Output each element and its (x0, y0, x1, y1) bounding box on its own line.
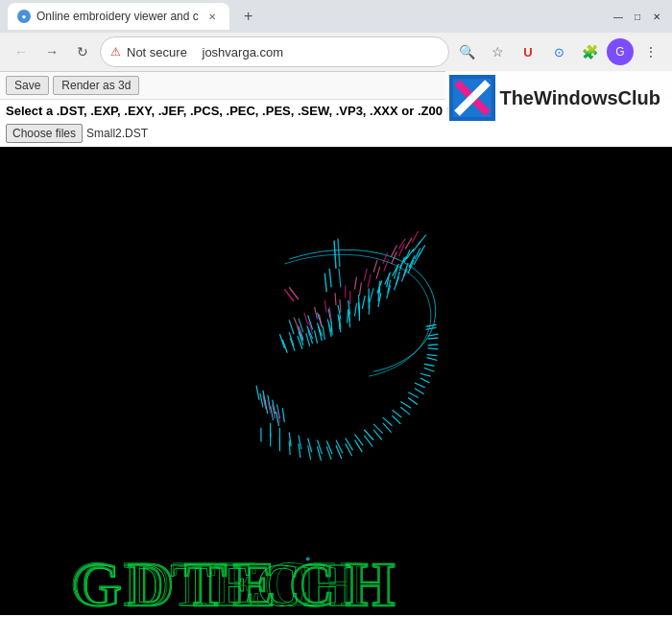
new-tab-button[interactable]: + (235, 3, 262, 30)
nav-icons: 🔍 ☆ U ⊙ 🧩 G ⋮ (453, 38, 664, 65)
embroidery-canvas-area: G G D D T T E E C C H H (0, 147, 672, 615)
maximize-button[interactable]: □ (630, 9, 645, 24)
twc-logo-icon (449, 75, 495, 121)
refresh-button[interactable]: ↻ (69, 38, 96, 65)
choose-files-button[interactable]: Choose files (6, 124, 83, 143)
back-button[interactable]: ← (8, 38, 35, 65)
extensions-button[interactable]: 🧩 (576, 38, 603, 65)
window-controls: — □ ✕ (611, 9, 664, 24)
url-text: joshvarga.com (203, 45, 284, 59)
security-warning-icon: ⚠ (110, 45, 121, 59)
minimize-button[interactable]: — (611, 9, 626, 24)
navigation-bar: ← → ↻ ⚠ Not secure joshvarga.com 🔍 ☆ U ⊙… (0, 33, 672, 71)
twc-overlay: TheWindowsClub (445, 71, 672, 125)
search-icon[interactable]: 🔍 (453, 38, 480, 65)
render-3d-button[interactable]: Render as 3d (53, 76, 139, 95)
profile-icon[interactable]: G (607, 38, 634, 65)
selected-file-name: Small2.DST (86, 127, 148, 140)
menu-button[interactable]: ⋮ (637, 38, 664, 65)
svg-point-180 (306, 557, 310, 560)
svg-text:GDTECH: GDTECH (70, 547, 366, 615)
tab-close-button[interactable]: ✕ (204, 9, 220, 24)
svg-rect-4 (17, 147, 655, 615)
title-bar: Online embroidery viewer and c ✕ + — □ ✕ (0, 0, 672, 33)
bookmark-icon[interactable]: ☆ (484, 38, 511, 65)
extension-icon[interactable]: ⊙ (545, 38, 572, 65)
page-content: Save Render as 3d Select a .DST, .EXP, .… (0, 71, 672, 617)
tab-title: Online embroidery viewer and c (36, 10, 199, 23)
twc-text: TheWindowsClub (499, 87, 660, 109)
tab-favicon (17, 10, 31, 23)
forward-button[interactable]: → (38, 38, 65, 65)
close-button[interactable]: ✕ (649, 9, 664, 24)
save-button[interactable]: Save (6, 76, 49, 95)
security-label: Not secure (127, 45, 187, 59)
address-bar[interactable]: ⚠ Not secure joshvarga.com (100, 36, 449, 67)
file-input-row: Choose files Small2.DST (0, 122, 672, 147)
extension-u-icon[interactable]: U (515, 38, 541, 65)
embroidery-design: G G D D T T E E C C H H (0, 147, 672, 615)
active-tab[interactable]: Online embroidery viewer and c ✕ (8, 3, 229, 30)
